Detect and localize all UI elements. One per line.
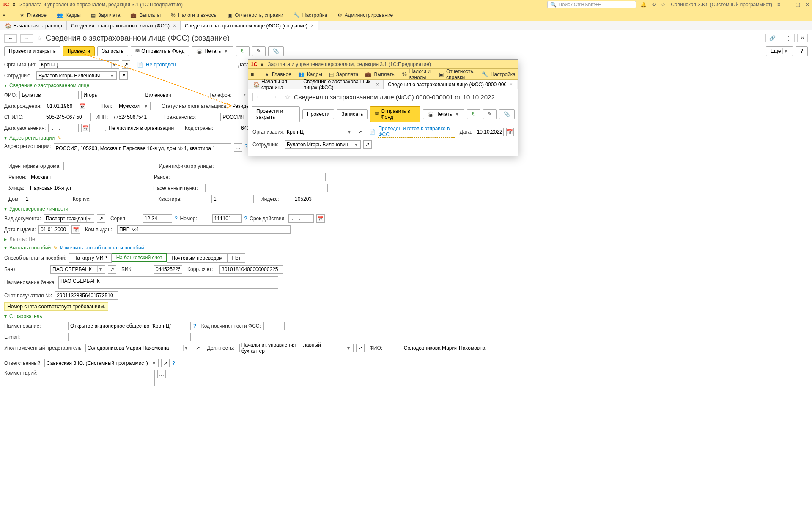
- post-button[interactable]: Провести: [63, 46, 95, 56]
- resp-open-button[interactable]: ↗: [161, 359, 170, 367]
- popup-menu-vyplaty[interactable]: 💼Выплаты: [365, 71, 395, 77]
- middle-input[interactable]: [143, 91, 202, 99]
- nav-back-button[interactable]: ←: [252, 93, 265, 101]
- nav-back-button[interactable]: ←: [4, 34, 17, 43]
- calendar-icon[interactable]: 📅: [506, 128, 514, 136]
- district-input[interactable]: [203, 173, 326, 181]
- menu-vyplaty[interactable]: 💼Выплаты: [130, 12, 161, 18]
- tab-home[interactable]: 🏠Начальная страница: [1, 21, 67, 30]
- name-input[interactable]: [81, 91, 140, 99]
- korr-input[interactable]: [219, 265, 283, 274]
- tab-close-icon[interactable]: ×: [510, 82, 513, 88]
- popup-save-button[interactable]: Записать: [337, 109, 368, 119]
- refresh-button[interactable]: ↻: [467, 109, 480, 119]
- rep-open-button[interactable]: ↗: [194, 344, 202, 352]
- refresh-button[interactable]: ↻: [236, 46, 250, 56]
- help-icon[interactable]: ?: [193, 323, 196, 329]
- popup-emp-select[interactable]: Булатов Игорь Виленович▾: [285, 140, 361, 149]
- kebab-icon[interactable]: ⋮: [782, 34, 795, 42]
- paymethod-bank[interactable]: На банковский счет: [112, 253, 167, 262]
- insname-input[interactable]: [68, 322, 191, 330]
- pos-select[interactable]: Начальник управления – главный бухгалтер…: [239, 344, 354, 352]
- menu-settings[interactable]: 🔧Настройка: [294, 12, 327, 18]
- popup-post-button[interactable]: Провести: [302, 109, 334, 119]
- help-icon[interactable]: ?: [244, 216, 247, 222]
- more-button[interactable]: Еще▾: [766, 46, 793, 56]
- issuedby-input[interactable]: [117, 225, 291, 234]
- collapse-icon[interactable]: ▾: [4, 82, 7, 88]
- comment-edit-button[interactable]: …: [157, 370, 166, 378]
- menu-admin[interactable]: ⚙Администрирование: [337, 12, 393, 18]
- snils-input[interactable]: [44, 113, 91, 121]
- bell-icon[interactable]: 🔔: [640, 2, 647, 8]
- expand-icon[interactable]: ▸: [4, 236, 7, 242]
- subcode-input[interactable]: [263, 322, 285, 330]
- tab-close-icon[interactable]: ×: [376, 82, 379, 88]
- org-select[interactable]: Крон-Ц▾: [39, 60, 119, 69]
- edit-icon[interactable]: ✎: [53, 245, 58, 251]
- collapse-icon[interactable]: ▾: [4, 313, 7, 319]
- paymethod-post[interactable]: Почтовым переводом: [167, 253, 227, 263]
- menu-kadry[interactable]: 👥Кадры: [57, 12, 81, 18]
- collapse-icon[interactable]: ▾: [4, 245, 7, 251]
- sex-select[interactable]: Мужской▾: [117, 102, 151, 110]
- dob-input[interactable]: [45, 102, 75, 110]
- popup-tab-fss-list[interactable]: Сведения о застрахованных лицах (ФСС)×: [299, 80, 384, 89]
- flat-input[interactable]: [211, 195, 254, 203]
- house-input[interactable]: [24, 195, 66, 203]
- pos-open-button[interactable]: ↗: [356, 344, 365, 352]
- bik-input[interactable]: [154, 265, 182, 274]
- print-button[interactable]: 🍙Печать▾: [192, 46, 233, 56]
- menu-nalogi[interactable]: %Налоги и взносы: [171, 12, 217, 18]
- favorite-icon[interactable]: ☆: [36, 34, 42, 42]
- popup-print-button[interactable]: 🍙Печать▾: [423, 109, 464, 119]
- collapse-icon[interactable]: ▾: [4, 135, 7, 141]
- edit-tool-button[interactable]: ✎: [483, 109, 497, 119]
- user-label[interactable]: Савинская З.Ю. (Системный программист): [671, 2, 772, 8]
- status-link[interactable]: Не проведен: [146, 62, 176, 68]
- surname-input[interactable]: [19, 91, 79, 99]
- org-open-button[interactable]: ↗: [357, 128, 364, 136]
- streetid-input[interactable]: [217, 162, 301, 170]
- tab-fss-list[interactable]: Сведения о застрахованных лицах (ФСС)×: [67, 21, 181, 30]
- menu-zarplata[interactable]: ▤Зарплата: [91, 12, 121, 18]
- comment-input[interactable]: [41, 370, 155, 386]
- issuedate-input[interactable]: [38, 225, 69, 234]
- valid-input[interactable]: [288, 214, 314, 223]
- bank-open-button[interactable]: ↗: [108, 265, 116, 274]
- post-close-button[interactable]: Провести и закрыть: [4, 46, 60, 56]
- popup-date-input[interactable]: [475, 128, 504, 136]
- save-button[interactable]: Записать: [97, 46, 128, 56]
- popup-postclose-button[interactable]: Провести и закрыть: [252, 106, 300, 122]
- calendar-icon[interactable]: 📅: [81, 124, 90, 132]
- fire-input[interactable]: [48, 124, 79, 132]
- search-input[interactable]: 🔍 Поиск Ctrl+Shift+F: [547, 1, 636, 8]
- korpus-input[interactable]: [105, 195, 147, 203]
- popup-org-select[interactable]: Крон-Ц▾: [285, 128, 354, 136]
- houseid-input[interactable]: [63, 162, 148, 170]
- email-input[interactable]: [68, 333, 191, 341]
- popup-menu-zarplata[interactable]: ▤Зарплата: [329, 71, 359, 77]
- doctype-open-button[interactable]: ↗: [97, 214, 105, 223]
- tab-close-icon[interactable]: ×: [173, 23, 176, 29]
- popup-menu-nalogi[interactable]: %Налоги и взносы: [402, 68, 432, 80]
- index-input[interactable]: [293, 195, 318, 203]
- edit-icon[interactable]: ✎: [57, 135, 61, 141]
- favorite-icon[interactable]: ☆: [285, 93, 291, 101]
- history-icon[interactable]: ↻: [652, 2, 656, 8]
- addr-edit-button[interactable]: …: [234, 143, 242, 152]
- addrreg-input[interactable]: РОССИЯ, 105203, Москва г, Парковая 16-я …: [54, 143, 231, 159]
- calendar-icon[interactable]: 📅: [71, 225, 80, 234]
- collapse-icon[interactable]: ▾: [4, 206, 7, 212]
- paymethod-none[interactable]: Нет: [227, 253, 245, 263]
- help-button[interactable]: ?: [796, 46, 808, 56]
- burger-icon[interactable]: ≡: [12, 2, 15, 8]
- popup-menu-reports[interactable]: ▣Отчетность, справки: [439, 68, 475, 80]
- minimize-icon[interactable]: —: [785, 2, 790, 8]
- page-close-icon[interactable]: ×: [797, 34, 808, 42]
- emp-select[interactable]: Булатов Игорь Виленович▾: [36, 71, 117, 80]
- popup-menu-settings[interactable]: 🔧Настройка: [482, 71, 516, 77]
- close-icon[interactable]: ✕: [805, 2, 809, 8]
- star-icon[interactable]: ☆: [661, 2, 666, 8]
- rep-select[interactable]: Солодовникова Мария Пахомовна▾: [85, 344, 191, 352]
